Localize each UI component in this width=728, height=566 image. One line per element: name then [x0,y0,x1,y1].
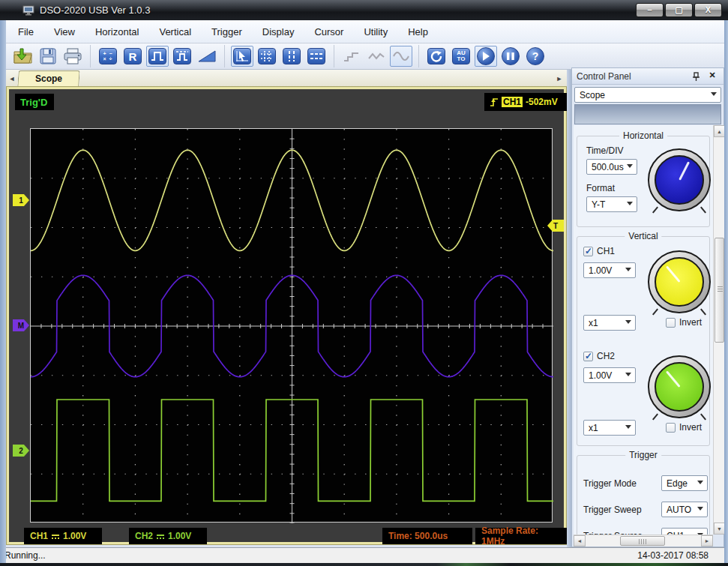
control-panel-close-icon[interactable]: ✕ [707,70,718,81]
math-icon-row1: + − [103,51,112,56]
help-button[interactable]: ? [524,46,547,67]
ch2-scale-value: 1.00V [589,370,612,381]
maximize-button[interactable]: ▢ [665,3,693,17]
save-button[interactable] [37,46,59,67]
ch2-enable-checkbox[interactable] [583,352,593,361]
ch2-scale-dropdown[interactable]: 1.00V [583,367,636,383]
math-button[interactable]: + − × ÷ [97,46,119,67]
ch1-enable-label: CH1 [597,246,615,256]
menu-cursor[interactable]: Cursor [314,26,343,37]
horizontal-position-knob[interactable] [648,148,711,211]
math-icon-row2: × ÷ [103,56,113,61]
menu-vertical[interactable]: Vertical [159,26,191,37]
math-position-marker[interactable]: M [13,319,29,331]
ramp-button[interactable] [196,46,218,67]
time-div-dropdown[interactable]: 500.0us [586,159,637,175]
ramp-icon [198,49,216,63]
pulse-capture-button[interactable] [146,46,169,67]
menu-view[interactable]: View [54,26,75,37]
menu-file[interactable]: File [18,26,34,37]
horizontal-scroll-thumb[interactable] [620,536,665,546]
status-bar: Running... 14-03-2017 08:58 [0,547,728,563]
play-icon [477,47,495,65]
time-div-label: Time/DIV [586,145,624,156]
ch2-readout: CH2 1.00V [129,528,207,544]
horizontal-cursors-button[interactable] [305,46,328,67]
scroll-down-icon[interactable]: ▼ [714,523,725,535]
tab-scroll-left-icon[interactable]: ◄ [6,71,18,86]
sample-rate-readout: Sample Rate: 1MHz [475,528,567,544]
menu-help[interactable]: Help [408,26,428,37]
vertical-cursors-button[interactable] [280,46,303,67]
ch2-invert-label: Invert [679,422,702,433]
ch2-position-knob[interactable] [648,355,711,418]
trigger-sweep-value: AUTO [667,505,691,515]
format-label: Format [586,183,615,193]
panel-vertical-scrollbar[interactable]: ▲ ▼ [713,125,724,535]
trigger-mode-dropdown[interactable]: Edge [661,475,708,491]
trigger-sweep-dropdown[interactable]: AUTO [661,502,708,517]
close-button[interactable]: X [694,3,722,17]
open-button[interactable] [12,46,34,67]
panel-selector-dropdown[interactable]: Scope [574,87,721,103]
grid-button[interactable] [256,46,278,67]
window-right-edge [724,20,728,563]
control-panel-title: Control Panel [577,71,631,82]
trigger-sweep-label: Trigger Sweep [583,505,642,515]
ch2-invert-row: Invert [666,422,702,433]
ch1-probe-value: x1 [589,318,598,328]
ch1-readout: CH1 1.00V [24,528,102,544]
ch2-position-marker[interactable]: 2 [13,445,29,457]
ch2-invert-checkbox[interactable] [666,423,676,433]
ch1-position-marker[interactable]: 1 [13,194,29,206]
ch1-position-knob[interactable] [648,250,711,313]
ch1-enable-row: CH1 [583,246,615,256]
print-button[interactable] [61,46,84,67]
reference-button[interactable]: R [121,46,144,67]
panel-horizontal-scrollbar[interactable]: ◄ ► [574,535,713,547]
pause-button[interactable] [499,46,522,67]
cursor-arrow-icon [233,48,251,64]
format-dropdown[interactable]: Y-T [586,196,637,212]
toolbar: + − × ÷ R [0,43,728,70]
trigger-group: Trigger Trigger Mode Edge Trigger Sweep … [577,455,710,535]
tab-scroll-right-icon[interactable]: ► [553,71,565,86]
datetime-text: 14-03-2017 08:58 [637,550,709,561]
timebase-readout: Time: 500.0us [382,528,472,544]
trigger-status-badge: Trig'D [15,94,54,110]
reference-icon: R [124,48,142,64]
scroll-left-icon[interactable]: ◄ [574,535,586,547]
tab-scope[interactable]: Scope [17,70,79,86]
cursor-button[interactable] [231,46,253,67]
scope-display-area: Trig'D CH1 -502mV 1 M 2 T CH1 1.00V [9,89,564,542]
minimize-button[interactable]: – [636,3,664,17]
app-window: DSO-2020 USB Ver 1.0.3 – ▢ X File View H… [0,0,728,566]
start-button[interactable] [475,46,497,67]
menu-utility[interactable]: Utility [364,26,388,37]
trigger-source-dropdown[interactable]: CH1 [661,528,708,535]
refresh-button[interactable] [425,46,448,67]
pass-fail-button[interactable] [171,46,193,67]
ch2-enable-label: CH2 [597,351,615,361]
scroll-up-icon[interactable]: ▲ [714,125,725,137]
ch2-scale-value: 1.00V [168,531,191,541]
vertical-group: Vertical CH1 1.00V x1 [577,236,710,446]
ch1-invert-checkbox[interactable] [666,318,676,328]
pin-icon[interactable] [691,71,701,82]
menu-trigger[interactable]: Trigger [211,26,242,37]
scroll-right-icon[interactable]: ► [701,535,713,547]
trigger-readout: CH1 -502mV [484,93,568,111]
ch1-coupling-icon [52,533,59,540]
waveform-plot [30,128,553,523]
ch1-scale-value: 1.00V [63,531,86,541]
ch1-probe-dropdown[interactable]: x1 [583,315,636,331]
menu-display[interactable]: Display [262,26,295,37]
window-title: DSO-2020 USB Ver 1.0.3 [40,4,150,16]
vertical-scroll-thumb[interactable] [715,238,724,343]
rising-edge-icon [490,96,499,108]
ch1-enable-checkbox[interactable] [583,247,593,256]
autoset-button[interactable]: AU TO [450,46,472,67]
ch2-probe-dropdown[interactable]: x1 [583,420,636,436]
menu-horizontal[interactable]: Horizontal [95,26,139,37]
ch1-scale-dropdown[interactable]: 1.00V [583,262,636,278]
